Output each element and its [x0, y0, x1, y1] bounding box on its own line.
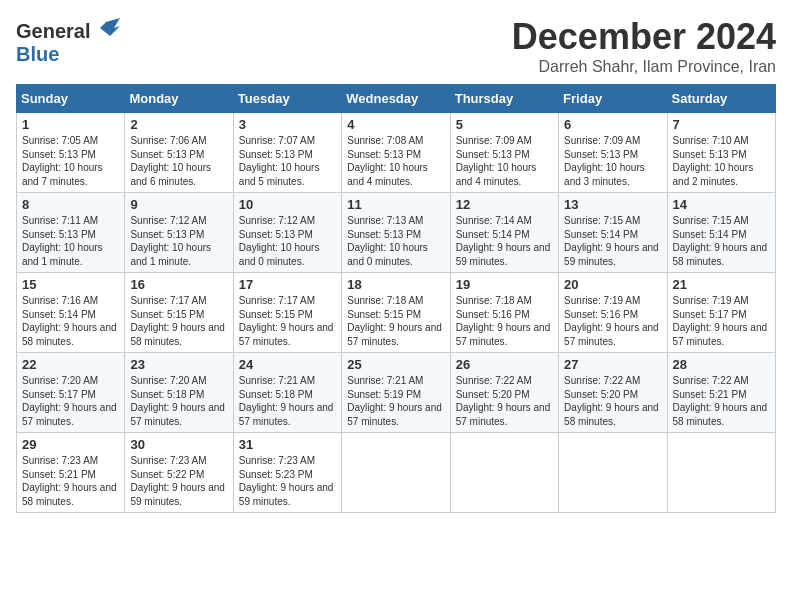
cell-sunset: Sunset: 5:16 PM: [456, 309, 530, 320]
calendar-cell: 20 Sunrise: 7:19 AM Sunset: 5:16 PM Dayl…: [559, 273, 667, 353]
cell-sunrise: Sunrise: 7:23 AM: [239, 455, 315, 466]
calendar-cell: [559, 433, 667, 513]
day-number: 25: [347, 357, 444, 372]
cell-sunrise: Sunrise: 7:11 AM: [22, 215, 98, 226]
day-number: 21: [673, 277, 770, 292]
cell-sunset: Sunset: 5:15 PM: [347, 309, 421, 320]
calendar-week-row: 8 Sunrise: 7:11 AM Sunset: 5:13 PM Dayli…: [17, 193, 776, 273]
cell-sunrise: Sunrise: 7:17 AM: [130, 295, 206, 306]
cell-sunrise: Sunrise: 7:21 AM: [347, 375, 423, 386]
cell-sunset: Sunset: 5:13 PM: [564, 149, 638, 160]
cell-sunrise: Sunrise: 7:06 AM: [130, 135, 206, 146]
day-number: 6: [564, 117, 661, 132]
cell-daylight: Daylight: 9 hours and 59 minutes.: [564, 242, 659, 267]
day-number: 26: [456, 357, 553, 372]
cell-sunrise: Sunrise: 7:08 AM: [347, 135, 423, 146]
cell-daylight: Daylight: 10 hours and 6 minutes.: [130, 162, 211, 187]
calendar-week-row: 22 Sunrise: 7:20 AM Sunset: 5:17 PM Dayl…: [17, 353, 776, 433]
cell-sunrise: Sunrise: 7:17 AM: [239, 295, 315, 306]
day-number: 2: [130, 117, 227, 132]
day-number: 22: [22, 357, 119, 372]
cell-sunrise: Sunrise: 7:21 AM: [239, 375, 315, 386]
cell-daylight: Daylight: 10 hours and 3 minutes.: [564, 162, 645, 187]
day-number: 15: [22, 277, 119, 292]
day-number: 7: [673, 117, 770, 132]
calendar-cell: 12 Sunrise: 7:14 AM Sunset: 5:14 PM Dayl…: [450, 193, 558, 273]
cell-sunrise: Sunrise: 7:22 AM: [673, 375, 749, 386]
day-number: 24: [239, 357, 336, 372]
cell-sunset: Sunset: 5:13 PM: [239, 229, 313, 240]
calendar-cell: 16 Sunrise: 7:17 AM Sunset: 5:15 PM Dayl…: [125, 273, 233, 353]
col-header-tuesday: Tuesday: [233, 85, 341, 113]
calendar-cell: 10 Sunrise: 7:12 AM Sunset: 5:13 PM Dayl…: [233, 193, 341, 273]
cell-sunrise: Sunrise: 7:16 AM: [22, 295, 98, 306]
cell-daylight: Daylight: 9 hours and 58 minutes.: [564, 402, 659, 427]
cell-sunset: Sunset: 5:14 PM: [673, 229, 747, 240]
col-header-monday: Monday: [125, 85, 233, 113]
day-number: 10: [239, 197, 336, 212]
logo-bird-icon: [92, 18, 120, 40]
cell-daylight: Daylight: 9 hours and 58 minutes.: [22, 482, 117, 507]
day-number: 31: [239, 437, 336, 452]
cell-sunset: Sunset: 5:18 PM: [130, 389, 204, 400]
cell-sunset: Sunset: 5:17 PM: [22, 389, 96, 400]
cell-sunset: Sunset: 5:15 PM: [130, 309, 204, 320]
calendar-week-row: 29 Sunrise: 7:23 AM Sunset: 5:21 PM Dayl…: [17, 433, 776, 513]
calendar-cell: 7 Sunrise: 7:10 AM Sunset: 5:13 PM Dayli…: [667, 113, 775, 193]
col-header-thursday: Thursday: [450, 85, 558, 113]
calendar-cell: 17 Sunrise: 7:17 AM Sunset: 5:15 PM Dayl…: [233, 273, 341, 353]
day-number: 9: [130, 197, 227, 212]
calendar-cell: 26 Sunrise: 7:22 AM Sunset: 5:20 PM Dayl…: [450, 353, 558, 433]
cell-daylight: Daylight: 9 hours and 59 minutes.: [130, 482, 225, 507]
day-number: 16: [130, 277, 227, 292]
day-number: 28: [673, 357, 770, 372]
calendar-cell: [667, 433, 775, 513]
calendar-cell: 6 Sunrise: 7:09 AM Sunset: 5:13 PM Dayli…: [559, 113, 667, 193]
day-number: 19: [456, 277, 553, 292]
cell-sunrise: Sunrise: 7:23 AM: [130, 455, 206, 466]
cell-sunset: Sunset: 5:19 PM: [347, 389, 421, 400]
cell-daylight: Daylight: 9 hours and 59 minutes.: [239, 482, 334, 507]
calendar-cell: 28 Sunrise: 7:22 AM Sunset: 5:21 PM Dayl…: [667, 353, 775, 433]
svg-marker-0: [100, 18, 120, 36]
cell-sunrise: Sunrise: 7:20 AM: [22, 375, 98, 386]
cell-sunrise: Sunrise: 7:13 AM: [347, 215, 423, 226]
cell-daylight: Daylight: 10 hours and 1 minute.: [22, 242, 103, 267]
cell-sunrise: Sunrise: 7:10 AM: [673, 135, 749, 146]
logo-general-text: General: [16, 20, 90, 43]
cell-daylight: Daylight: 9 hours and 57 minutes.: [456, 322, 551, 347]
cell-sunset: Sunset: 5:13 PM: [239, 149, 313, 160]
calendar-cell: 18 Sunrise: 7:18 AM Sunset: 5:15 PM Dayl…: [342, 273, 450, 353]
cell-daylight: Daylight: 10 hours and 5 minutes.: [239, 162, 320, 187]
cell-sunrise: Sunrise: 7:18 AM: [347, 295, 423, 306]
cell-sunset: Sunset: 5:14 PM: [22, 309, 96, 320]
cell-sunset: Sunset: 5:13 PM: [130, 149, 204, 160]
calendar-cell: 5 Sunrise: 7:09 AM Sunset: 5:13 PM Dayli…: [450, 113, 558, 193]
col-header-wednesday: Wednesday: [342, 85, 450, 113]
col-header-saturday: Saturday: [667, 85, 775, 113]
day-number: 3: [239, 117, 336, 132]
cell-sunrise: Sunrise: 7:18 AM: [456, 295, 532, 306]
calendar-cell: 22 Sunrise: 7:20 AM Sunset: 5:17 PM Dayl…: [17, 353, 125, 433]
calendar-cell: 13 Sunrise: 7:15 AM Sunset: 5:14 PM Dayl…: [559, 193, 667, 273]
calendar-cell: [450, 433, 558, 513]
day-number: 29: [22, 437, 119, 452]
cell-sunrise: Sunrise: 7:23 AM: [22, 455, 98, 466]
cell-daylight: Daylight: 9 hours and 57 minutes.: [347, 322, 442, 347]
cell-daylight: Daylight: 10 hours and 7 minutes.: [22, 162, 103, 187]
calendar-cell: 30 Sunrise: 7:23 AM Sunset: 5:22 PM Dayl…: [125, 433, 233, 513]
cell-sunrise: Sunrise: 7:20 AM: [130, 375, 206, 386]
cell-daylight: Daylight: 10 hours and 1 minute.: [130, 242, 211, 267]
calendar-cell: 23 Sunrise: 7:20 AM Sunset: 5:18 PM Dayl…: [125, 353, 233, 433]
cell-sunset: Sunset: 5:13 PM: [347, 149, 421, 160]
cell-daylight: Daylight: 10 hours and 0 minutes.: [347, 242, 428, 267]
cell-daylight: Daylight: 9 hours and 57 minutes.: [130, 402, 225, 427]
cell-sunrise: Sunrise: 7:09 AM: [564, 135, 640, 146]
cell-daylight: Daylight: 9 hours and 57 minutes.: [456, 402, 551, 427]
cell-sunset: Sunset: 5:13 PM: [130, 229, 204, 240]
day-number: 14: [673, 197, 770, 212]
cell-sunset: Sunset: 5:21 PM: [22, 469, 96, 480]
cell-sunset: Sunset: 5:14 PM: [564, 229, 638, 240]
cell-sunset: Sunset: 5:20 PM: [564, 389, 638, 400]
day-number: 30: [130, 437, 227, 452]
